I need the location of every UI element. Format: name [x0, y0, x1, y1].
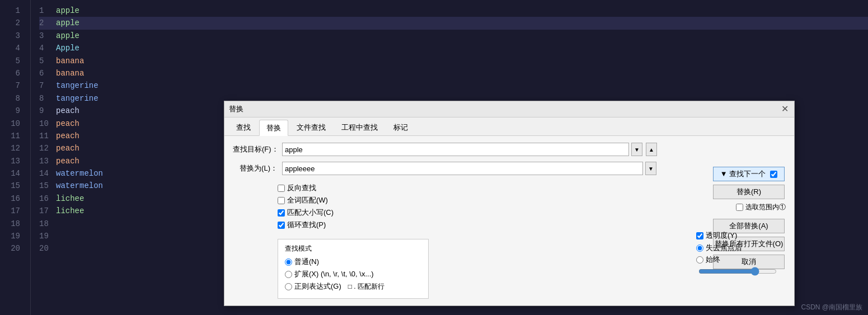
ln-12: 12 [0, 142, 25, 154]
replace-row: 替换为(L)： ▼ [233, 162, 786, 175]
find-dropdown-btn[interactable]: ▼ [631, 143, 642, 156]
line-numbers: 1 2 3 4 5 6 7 8 9 10 11 12 13 14 15 16 1… [0, 0, 31, 315]
reverse-row: 反向查找 [278, 183, 786, 193]
ln-18: 18 [0, 218, 25, 230]
dialog-title: 替换 [229, 104, 243, 114]
ln-10: 10 [0, 117, 25, 130]
search-mode-title: 查找模式 [285, 244, 421, 253]
checkbox-area: 反向查找 全词匹配(W) 匹配大小写(C) 循环查找(P) [278, 181, 786, 234]
find-up-btn[interactable]: ▲ [646, 143, 657, 156]
transparency-slider[interactable] [698, 267, 777, 276]
transparency-checkbox[interactable] [696, 232, 703, 239]
ln-13: 13 [0, 155, 25, 167]
trans-focus-row: 失去焦点后 [696, 243, 786, 253]
select-range-label: 选取范围内① [745, 203, 786, 212]
ln-14: 14 [0, 167, 25, 180]
ln-16: 16 [0, 192, 25, 205]
trans-focus-label: 失去焦点后 [706, 243, 742, 253]
trans-always-row: 始终 [696, 255, 786, 265]
find-row: 查找目标(F)： ▼ ▲ [233, 143, 786, 156]
tab-file-find[interactable]: 文件查找 [289, 120, 333, 135]
replace-dialog: 替换 ✕ 查找 替换 文件查找 工程中查找 标记 查找目标(F)： ▼ ▲ 替换 [224, 101, 795, 306]
transparency-section: 透明度(Y) 失去焦点后 始终 [696, 231, 786, 278]
ln-7: 7 [0, 79, 25, 92]
mode-extended-row: 扩展(X) (\n, \r, \t, \0, \x...) [285, 269, 421, 279]
dialog-tabs: 查找 替换 文件查找 工程中查找 标记 [224, 117, 794, 136]
dialog-body: 查找目标(F)： ▼ ▲ 替换为(L)： ▼ ▼ 查找下一个 [224, 136, 794, 305]
mode-normal-label: 普通(N) [294, 257, 319, 267]
editor-area: 1 2 3 4 5 6 7 8 9 10 11 12 13 14 15 16 1… [0, 0, 868, 315]
code-line-5: 5 banana [39, 55, 868, 67]
ln-4: 4 [0, 42, 25, 54]
find-next-label: ▼ 查找下一个 [720, 169, 766, 179]
ln-19: 19 [0, 230, 25, 242]
whole-word-row: 全词匹配(W) [278, 195, 786, 205]
find-label: 查找目标(F)： [233, 144, 278, 154]
code-line-3: 3 apple [39, 30, 868, 42]
tab-replace[interactable]: 替换 [259, 120, 288, 136]
transparency-slider-container [696, 267, 786, 278]
code-line-7: 7 tangerine [39, 79, 868, 92]
mode-regex-label: 正则表达式(G) [294, 281, 341, 292]
trans-focus-radio[interactable] [696, 245, 703, 252]
replace-label: 替换为(L)： [233, 163, 278, 173]
tab-project-find[interactable]: 工程中查找 [334, 120, 385, 135]
ln-6: 6 [0, 67, 25, 79]
dialog-titlebar[interactable]: 替换 ✕ [224, 101, 794, 117]
select-range-row: 选取范围内① [713, 203, 786, 212]
find-input[interactable] [282, 143, 629, 156]
ln-15: 15 [0, 180, 25, 192]
watermark: CSDN @南国榴里族 [801, 303, 862, 312]
code-line-4: 4 Apple [39, 42, 868, 54]
ln-20: 20 [0, 242, 25, 255]
code-line-6: 6 banana [39, 67, 868, 79]
loop-row: 循环查找(P) [278, 220, 786, 230]
reverse-label: 反向查找 [287, 183, 316, 193]
search-mode-section: 查找模式 普通(N) 扩展(X) (\n, \r, \t, \0, \x...)… [278, 239, 429, 299]
ln-2: 2 [0, 17, 25, 29]
ln-3: 3 [0, 30, 25, 42]
replace-input[interactable] [282, 162, 643, 175]
replace-button[interactable]: 替换(R) [713, 185, 785, 199]
tab-mark[interactable]: 标记 [386, 120, 415, 135]
mode-regex-row: 正则表达式(G) □ . 匹配新行 [285, 281, 421, 292]
dot-newline-label: □ . 匹配新行 [348, 282, 384, 292]
code-line-1: 1 apple [39, 4, 868, 17]
ln-1: 1 [0, 4, 25, 17]
match-case-row: 匹配大小写(C) [278, 208, 786, 218]
ln-17: 17 [0, 205, 25, 217]
match-case-checkbox[interactable] [278, 209, 285, 217]
code-line-2: 2 apple [39, 17, 868, 29]
mode-regex-radio[interactable] [285, 283, 292, 290]
replace-dropdown-btn[interactable]: ▼ [645, 162, 656, 175]
trans-always-label: 始终 [706, 255, 720, 265]
close-button[interactable]: ✕ [780, 105, 790, 114]
tab-find[interactable]: 查找 [229, 120, 258, 135]
ln-8: 8 [0, 92, 25, 105]
transparency-label: 透明度(Y) [706, 231, 737, 241]
mode-extended-label: 扩展(X) (\n, \r, \t, \0, \x...) [294, 269, 374, 279]
mode-extended-radio[interactable] [285, 271, 292, 278]
find-next-checkbox[interactable] [770, 171, 777, 178]
loop-checkbox[interactable] [278, 222, 285, 229]
find-next-button[interactable]: ▼ 查找下一个 [713, 167, 785, 181]
loop-label: 循环查找(P) [287, 220, 326, 230]
whole-word-checkbox[interactable] [278, 197, 285, 204]
trans-always-radio[interactable] [696, 256, 703, 264]
ln-11: 11 [0, 130, 25, 142]
transparency-label-row: 透明度(Y) [696, 231, 786, 241]
ln-5: 5 [0, 55, 25, 67]
ln-9: 9 [0, 105, 25, 117]
reverse-checkbox[interactable] [278, 185, 285, 192]
match-case-label: 匹配大小写(C) [287, 208, 334, 218]
mode-normal-radio[interactable] [285, 258, 292, 266]
whole-word-label: 全词匹配(W) [287, 195, 328, 205]
select-range-checkbox[interactable] [736, 204, 743, 211]
mode-normal-row: 普通(N) [285, 257, 421, 267]
